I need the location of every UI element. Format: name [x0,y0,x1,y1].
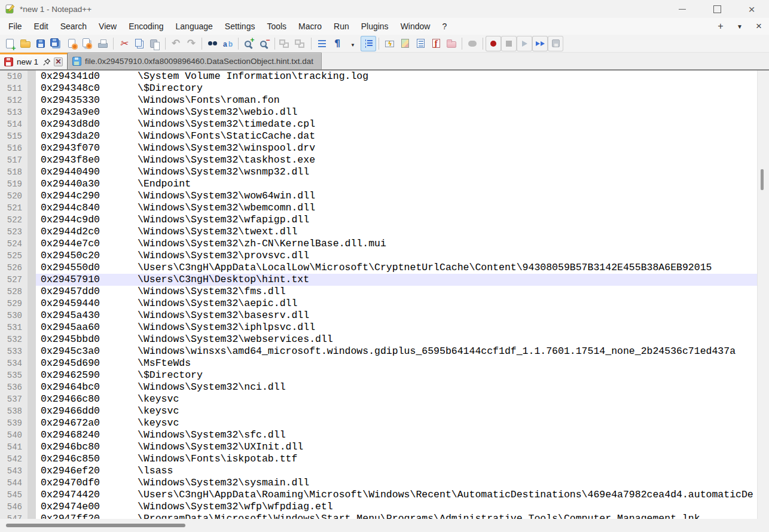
monitoring-button[interactable] [465,36,480,51]
editor-line[interactable]: 5260x294550d0\Users\C3ngH\AppData\LocalL… [0,262,757,274]
menu-tools[interactable]: Tools [261,19,292,33]
editor-line[interactable]: 5130x2943a9e0\Windows\System32\webio.dll [0,106,757,118]
function-list-button[interactable] [413,36,428,51]
doc-switcher-button[interactable] [428,36,444,51]
menu-settings[interactable]: Settings [219,19,261,33]
menubar-plus-button[interactable] [714,20,727,33]
sync-vertical-button[interactable] [277,36,293,51]
replace-button[interactable] [220,36,236,51]
menu-window[interactable]: Window [395,19,437,33]
editor-line[interactable]: 5100x294341d0\System Volume Information\… [0,71,757,82]
line-content: 0x2945a430\Windows\System32\basesrv.dll [36,310,757,322]
editor-line[interactable]: 5310x2945aa60\Windows\System32\iphlpsvc.… [0,322,757,334]
editor-line[interactable]: 5110x294348c0\$Directory [0,82,757,94]
editor-line[interactable]: 5320x2945bbd0\Windows\System32\webservic… [0,334,757,346]
paste-button[interactable] [147,36,163,51]
editor-line[interactable]: 5360x29464bc0\Windows\System32\nci.dll [0,381,757,393]
show-all-characters-dropdown-button[interactable] [345,36,361,51]
editor-line[interactable]: 5350x29462590\$Directory [0,369,757,381]
document-map-button[interactable] [397,36,413,51]
word-wrap-button[interactable] [314,36,329,51]
zoom-out-button[interactable] [257,36,272,51]
horizontal-scrollbar-thumb[interactable] [6,524,185,527]
close-tab-icon[interactable]: ✕ [54,57,63,66]
editor-line[interactable]: 5280x29457dd0\Windows\System32\fms.dll [0,286,757,298]
editor-line[interactable]: 5450x29474420\Users\C3ngH\AppData\Roamin… [0,489,757,501]
tab-hint-txt-dat[interactable]: file.0x29457910.0xfa8009896460.DataSecti… [68,53,322,69]
editor-line[interactable]: 5240x2944e7c0\Windows\System32\zh-CN\Ker… [0,238,757,250]
menubar-caret-down-button[interactable] [733,20,746,33]
indent-guide-button[interactable] [361,36,376,51]
editor-line[interactable]: 5390x294672a0\keysvc [0,417,757,429]
vertical-scrollbar-thumb[interactable] [761,169,764,190]
editor-line[interactable]: 5460x29474e00\Windows\System32\wfp\wfpdi… [0,501,757,513]
menu-plugins[interactable]: Plugins [355,19,395,33]
close-file-button[interactable] [64,36,80,51]
editor-line[interactable]: 5370x29466c80\keysvc [0,393,757,405]
editor-line[interactable]: 5290x29459440\Windows\System32\aepic.dll [0,298,757,310]
editor-line[interactable]: 5330x2945c3a0\Windows\winsxs\amd64_micro… [0,346,757,357]
editor-line[interactable]: 5150x2943da20\Windows\Fonts\StaticCache.… [0,130,757,142]
redo-button[interactable] [184,36,199,51]
open-file-button[interactable] [17,36,33,51]
editor-line[interactable]: 5160x2943f070\Windows\System32\winspool.… [0,142,757,154]
editor-line[interactable]: 5270x29457910\Users\C3ngH\Desktop\hint.t… [0,274,757,286]
editor-line[interactable]: 5250x29450c20\Windows\System32\provsvc.d… [0,250,757,262]
editor-line[interactable]: 5430x2946ef20\lsass [0,465,757,477]
menu-encoding[interactable]: Encoding [123,19,169,33]
horizontal-scrollbar[interactable] [0,519,769,532]
find-button[interactable] [205,36,220,51]
menubar-close-button[interactable] [752,20,765,33]
save-file-button[interactable] [33,36,48,51]
show-all-characters-button[interactable] [329,36,345,51]
menu-language[interactable]: Language [170,19,219,33]
editor-line[interactable]: 5180x29440490\Windows\System32\wsnmp32.d… [0,166,757,178]
editor-line[interactable]: 5230x2944d2c0\Windows\System32\twext.dll [0,226,757,238]
folder-as-workspace-button[interactable] [444,36,459,51]
undo-button[interactable] [168,36,184,51]
menu-file[interactable]: File [2,19,28,33]
macro-run-multiple-button[interactable] [532,36,548,51]
macro-save-button[interactable] [548,36,563,51]
editor[interactable]: 5100x294341d0\System Volume Information\… [0,71,757,519]
close-all-button[interactable] [80,36,95,51]
maximize-button[interactable] [700,0,734,18]
editor-line[interactable]: 5340x2945d690\MsFteWds [0,357,757,369]
editor-line[interactable]: 5190x29440a30\Endpoint [0,178,757,190]
menu-help[interactable]: ? [436,19,453,33]
editor-line[interactable]: 5210x2944c840\Windows\System32\wbemcomn.… [0,202,757,214]
editor-line[interactable]: 5400x29468240\Windows\System32\sfc.dll [0,429,757,441]
menu-view[interactable]: View [93,19,123,33]
editor-line[interactable]: 5170x2943f8e0\Windows\System32\taskhost.… [0,154,757,166]
menu-macro[interactable]: Macro [292,19,328,33]
close-button[interactable] [734,0,769,18]
tab-new-1[interactable]: new 1 ✕ [0,53,68,69]
editor-line[interactable]: 5220x2944c9d0\Windows\System32\wfapigp.d… [0,214,757,226]
pin-tab-icon[interactable] [42,57,51,67]
macro-play-button[interactable] [517,36,532,51]
zoom-in-button[interactable] [241,36,257,51]
macro-stop-button[interactable] [501,36,517,51]
menu-edit[interactable]: Edit [28,19,54,33]
macro-record-button[interactable] [486,36,501,51]
save-all-button[interactable] [48,36,64,51]
sync-horizontal-button[interactable] [293,36,309,51]
editor-line[interactable]: 5200x2944c290\Windows\System32\wow64win.… [0,190,757,202]
menu-run[interactable]: Run [328,19,355,33]
print-button[interactable] [95,36,111,51]
menu-search[interactable]: Search [54,19,93,33]
editor-line[interactable]: 5420x2946c850\Windows\Fonts\iskpotab.ttf [0,453,757,465]
copy-button[interactable] [132,36,147,51]
new-file-button[interactable] [2,36,17,51]
editor-line[interactable]: 5410x2946bc80\Windows\System32\UXInit.dl… [0,441,757,453]
editor-line[interactable]: 5300x2945a430\Windows\System32\basesrv.d… [0,310,757,322]
cut-button[interactable] [116,36,132,51]
udl-dialog-button[interactable] [382,36,397,51]
vertical-scrollbar[interactable] [757,71,769,519]
editor-line[interactable]: 5380x29466dd0\keysvc [0,405,757,417]
editor-line[interactable]: 5440x29470df0\Windows\System32\sysmain.d… [0,477,757,489]
editor-line[interactable]: 5470x2947ff20\ProgramData\Microsoft\Wind… [0,513,757,519]
editor-line[interactable]: 5120x29435330\Windows\Fonts\roman.fon [0,94,757,106]
minimize-button[interactable] [665,0,700,18]
editor-line[interactable]: 5140x2943d8d0\Windows\System32\timedate.… [0,118,757,130]
